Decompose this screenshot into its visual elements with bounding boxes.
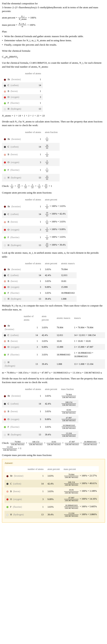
element-symbol: C — [8, 84, 9, 87]
fraction: 10.81338.967403163 — [46, 440, 61, 446]
mass-fraction-value: 13.104338.967403163 — [59, 431, 79, 438]
element-cell: F (fluorine) — [4, 503, 26, 510]
atom-percent-value: 3.03% — [45, 503, 62, 510]
n-atoms-value: 13 — [22, 359, 40, 369]
element-name: (carbon) — [10, 84, 19, 87]
n-atoms-value: 1 — [23, 290, 43, 296]
atomic-mass-value: 79.904 — [59, 266, 77, 272]
element-cell: B (boron) — [2, 278, 23, 284]
element-name: (fluorine) — [10, 102, 19, 104]
element-name: (carbon) — [13, 482, 21, 485]
element-symbol: B — [8, 220, 9, 223]
table-row: O (oxygen) 3 333 — [2, 158, 60, 166]
mass-fraction-value: 47.997338.967403163 — [59, 415, 79, 423]
mass-fraction-value: 79.904338.967403163 — [59, 392, 79, 400]
element-name: (fluorine) — [10, 168, 19, 171]
element-name: (bromine) — [11, 394, 21, 397]
n-atoms-value: 1 — [23, 100, 43, 106]
atomic-mass-value: 18.998403163 — [55, 350, 72, 359]
fraction: 168.154338.967403163 — [62, 401, 76, 406]
element-color-dot — [4, 298, 6, 300]
element-cell: B (boron) — [2, 218, 23, 226]
table-row: F (fluorine) 1 133 — [2, 166, 60, 174]
element-name: (oxygen) — [11, 96, 19, 98]
table-row: B (boron) 1 3.03% 10.81 1 × 10.81 = 10.8… — [2, 338, 105, 344]
element-cell: F (fluorine) — [2, 350, 22, 359]
n-atoms-value: 1 — [26, 503, 45, 510]
n-atoms-value: 13 — [26, 511, 45, 518]
table-mass-fractions: number of atoms atom percent mass fracti… — [2, 386, 78, 438]
fraction: 133 — [37, 184, 41, 189]
table-row: H (hydrogen) 13 39.4% 1.008 13 × 1.008 =… — [2, 359, 105, 369]
fraction: 133 — [45, 152, 49, 157]
answer-label: Answer: — [4, 461, 103, 465]
element-cell: C (carbon) — [2, 82, 23, 88]
times-100: × 100% — [28, 16, 36, 19]
element-cell: F (fluorine) — [2, 423, 23, 431]
fraction: 18.998403163338.967403163 — [83, 440, 97, 446]
element-symbol: Br — [8, 205, 10, 208]
n-atoms-value: 14 — [22, 332, 40, 338]
table-row: O (oxygen) 3 9.09% 47.997338.967403163 ×… — [4, 495, 99, 503]
element-color-dot — [4, 403, 6, 405]
element-name: (oxygen) — [11, 161, 19, 164]
mass-fraction-value: 168.154338.967403163 — [59, 400, 79, 408]
table-row: Br (bromine) 1 133 — [2, 135, 60, 143]
element-cell: B (boron) — [4, 488, 26, 495]
element-symbol: F — [8, 236, 9, 239]
col-number-of-atoms: number of atoms — [26, 466, 45, 472]
element-cell: C (carbon) — [2, 143, 23, 150]
element-symbol: C — [8, 402, 9, 405]
atom-percent-value: 3.03% — [43, 278, 59, 284]
col-atom-percent: atom percent — [43, 197, 68, 202]
col-atomic-mass: atomic mass/u — [59, 260, 77, 266]
element-cell: B (boron) — [2, 338, 22, 344]
element-color-dot — [4, 280, 6, 282]
table-row: Br (bromine) 1 3.03% 79.904 — [2, 266, 77, 272]
element-symbol: Br — [8, 78, 10, 81]
fraction: 1333 — [45, 175, 49, 180]
table-row: F (fluorine) 1 133 × 100% = 3.03% — [2, 234, 68, 241]
table-row: Br (bromine) 1 3.03% 79.904 1 × 79.904 =… — [2, 323, 105, 332]
col-number-of-atoms: number of atoms — [23, 260, 43, 266]
atom-percent-value: 3.03% — [40, 323, 55, 332]
check-fractions-expr: 133 + 1433 + 133 + 333 + 133 + 1333 = 1 — [10, 184, 52, 188]
table-row: C (carbon) 14 — [2, 82, 43, 88]
table-row: C (carbon) 14 1433 × 100% = 42.4% — [2, 210, 68, 218]
element-color-dot — [4, 426, 6, 428]
element-name: (fluorine) — [10, 292, 19, 294]
atom-fraction-value: 1433 — [43, 143, 59, 150]
n-atoms-value: 3 — [23, 284, 43, 290]
atom-fraction-value: 133 — [43, 135, 59, 143]
element-cell: F (fluorine) — [2, 100, 23, 106]
element-color-dot — [4, 221, 6, 223]
n-atoms-value: 1 — [26, 472, 45, 480]
element-name: (fluorine) — [10, 236, 19, 239]
element-color-dot — [6, 483, 8, 485]
element-name: (carbon) — [10, 402, 19, 405]
table-row: B (boron) 1 — [2, 88, 43, 94]
element-symbol: C — [10, 482, 12, 485]
element-symbol: H — [8, 176, 9, 179]
table-row: C (carbon) 14 42.4% 12.011 — [2, 272, 77, 278]
n-atoms-value: 1 — [23, 234, 43, 241]
atom-percent-value: 1333 × 100% = 39.4% — [43, 241, 68, 249]
fraction: 133 — [24, 184, 27, 189]
element-name: (hydrogen) — [11, 433, 21, 436]
mass-fraction-value: 10.81338.967403163 — [59, 408, 79, 415]
element-symbol: Br — [8, 138, 10, 140]
n-atoms-value: 3 — [23, 226, 43, 234]
table-answer: number of atoms atom percent mass percen… — [4, 466, 99, 518]
element-cell: O (oxygen) — [2, 226, 23, 234]
element-cell: O (oxygen) — [2, 158, 23, 166]
element-color-dot — [6, 498, 8, 500]
n-atoms-value: 3 — [23, 158, 43, 166]
table-row: O (oxygen) 3 9.09% 15.999 — [2, 284, 77, 290]
element-cell: O (oxygen) — [2, 284, 23, 290]
element-name: (fluorine) — [13, 506, 22, 508]
masspct-intro: Compute mass percents using the mass fra… — [2, 453, 105, 457]
table-row: Br (bromine) 1 133 × 100% = 3.03% — [2, 202, 68, 210]
element-name: (fluorine) — [10, 353, 19, 356]
fraction: 133 — [45, 136, 49, 142]
element-symbol: H — [8, 108, 9, 110]
